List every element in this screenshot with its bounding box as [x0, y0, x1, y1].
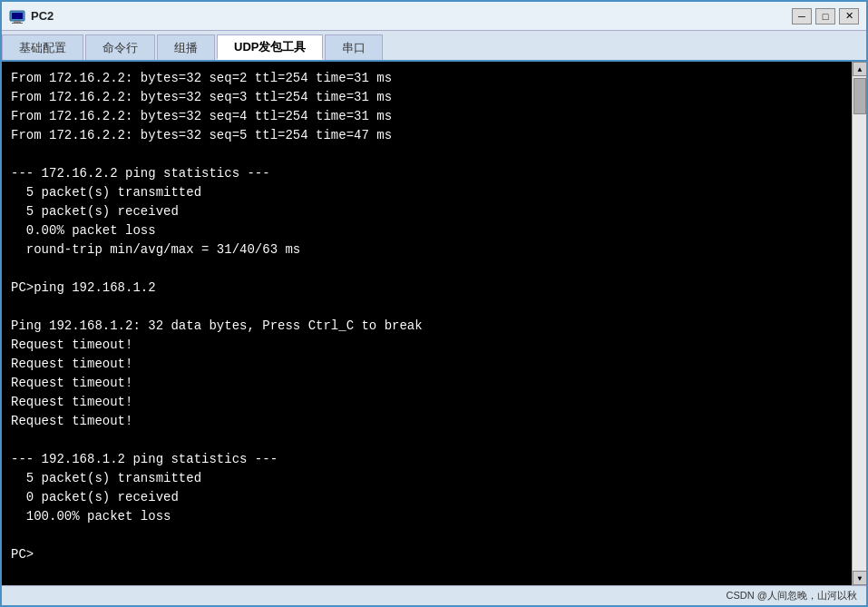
- scroll-up-button[interactable]: ▲: [853, 62, 866, 76]
- svg-rect-1: [12, 13, 23, 19]
- main-window: PC2 ─ □ ✕ 基础配置 命令行 组播 UDP发包工具 串口 From 17…: [0, 0, 868, 607]
- scroll-thumb[interactable]: [853, 78, 866, 114]
- content-area: From 172.16.2.2: bytes=32 seq=2 ttl=254 …: [2, 62, 866, 585]
- status-text: CSDN @人间忽晚，山河以秋: [727, 589, 857, 602]
- scroll-track: [853, 76, 866, 571]
- title-bar: PC2 ─ □ ✕: [2, 2, 866, 31]
- status-bar: CSDN @人间忽晚，山河以秋: [2, 585, 866, 605]
- window-controls: ─ □ ✕: [792, 8, 859, 24]
- tab-serial[interactable]: 串口: [325, 34, 383, 60]
- tab-basic[interactable]: 基础配置: [2, 34, 83, 60]
- scrollbar: ▲ ▼: [852, 62, 866, 585]
- restore-button[interactable]: □: [815, 8, 835, 24]
- minimize-button[interactable]: ─: [792, 8, 812, 24]
- terminal-output[interactable]: From 172.16.2.2: bytes=32 seq=2 ttl=254 …: [2, 62, 852, 585]
- scroll-down-button[interactable]: ▼: [853, 571, 866, 585]
- close-button[interactable]: ✕: [839, 8, 859, 24]
- tab-cmd[interactable]: 命令行: [85, 34, 155, 60]
- svg-rect-3: [12, 23, 23, 24]
- svg-rect-2: [14, 21, 21, 23]
- tab-udp[interactable]: UDP发包工具: [217, 34, 323, 60]
- window-title: PC2: [31, 9, 792, 23]
- tab-multicast[interactable]: 组播: [157, 34, 215, 60]
- window-icon: [9, 8, 25, 24]
- tab-bar: 基础配置 命令行 组播 UDP发包工具 串口: [2, 31, 866, 62]
